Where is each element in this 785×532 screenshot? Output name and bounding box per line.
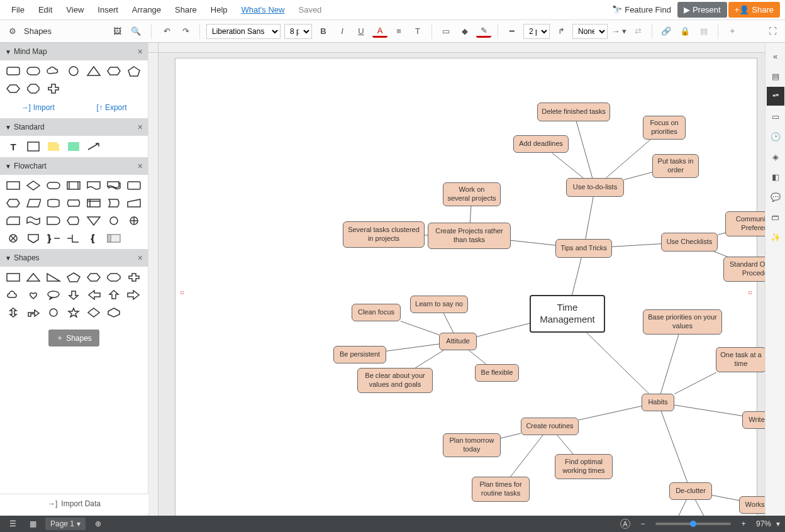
diagram-node[interactable]: Find optimal working times	[555, 454, 613, 479]
diagram-node[interactable]: Be clear about your values and goals	[357, 368, 433, 393]
shape-hexagon[interactable]	[106, 64, 122, 78]
shape-roundrect[interactable]	[5, 64, 21, 78]
diagram-node[interactable]: Work on several projects	[443, 182, 501, 206]
fc-connector[interactable]	[106, 214, 122, 228]
fc-dstore[interactable]	[65, 196, 82, 210]
fc-delay[interactable]	[45, 214, 62, 228]
text-color-icon[interactable]: A	[372, 25, 387, 38]
layers-panel-icon[interactable]: ◈	[767, 147, 784, 166]
grid-view-icon[interactable]: ▦	[25, 516, 40, 531]
sh-cloud[interactable]	[5, 288, 21, 302]
sh-diamond[interactable]	[86, 306, 102, 319]
menu-insert[interactable]: Insert	[91, 1, 125, 18]
image-icon[interactable]: 🖼	[109, 24, 125, 39]
shape-arrow[interactable]	[86, 140, 102, 153]
sh-arr-u[interactable]	[106, 288, 122, 302]
sh-arr-d[interactable]	[65, 288, 82, 302]
fullscreen-icon[interactable]: ⛶	[765, 24, 780, 39]
fill-icon[interactable]: ▭	[438, 24, 454, 39]
diagram-node[interactable]: Several tasks clustered in projects	[343, 221, 425, 248]
add-shapes-button[interactable]: ＋ Shapes	[48, 330, 99, 346]
export-link[interactable]: [↑ Export	[97, 103, 127, 112]
diagram-node[interactable]: Learn to say no	[410, 296, 468, 313]
line-routing-icon[interactable]: ↱	[554, 24, 569, 39]
present-button[interactable]: ▶ Present	[677, 2, 727, 18]
sh-oct[interactable]	[106, 270, 122, 284]
fc-seqdata[interactable]	[106, 196, 122, 210]
fontsize-select[interactable]: 8 pt	[284, 24, 312, 39]
fc-terminator[interactable]	[45, 179, 62, 192]
page-tab[interactable]: Page 1 ▾	[45, 518, 86, 530]
present-panel-icon[interactable]: ▭	[767, 107, 784, 126]
comments-panel-icon[interactable]: ❝❞	[767, 87, 784, 106]
section-standard[interactable]: ▼Standard×	[0, 118, 148, 136]
share-button[interactable]: +👤 Share	[728, 2, 780, 18]
diagram-node[interactable]: Plan tomorrow today	[443, 433, 501, 457]
underline-icon[interactable]: U	[354, 24, 369, 39]
fc-swim[interactable]	[106, 231, 122, 245]
canvas-area[interactable]: Time ManagementTips and TricksUse to-do-…	[148, 43, 765, 516]
accessibility-icon[interactable]: A	[620, 519, 630, 529]
fc-or[interactable]	[126, 214, 142, 228]
doc-panel-icon[interactable]: ▤	[767, 67, 784, 86]
sh-hex[interactable]	[86, 270, 102, 284]
chat-panel-icon[interactable]: 💬	[767, 187, 784, 206]
sh-rect[interactable]	[5, 270, 21, 284]
sh-rtri[interactable]	[45, 270, 62, 284]
zoom-level[interactable]: 97%	[756, 519, 771, 528]
shape-triangle[interactable]	[86, 64, 102, 78]
diagram-node[interactable]: Put tasks in order	[652, 154, 699, 178]
list-view-icon[interactable]: ☰	[5, 516, 20, 531]
diagram-node[interactable]: Use Checklists	[661, 233, 718, 252]
fc-decision[interactable]	[25, 179, 42, 192]
data-panel-icon[interactable]: 🗃	[767, 208, 784, 226]
diagram-node[interactable]: Standard Operating Procedures	[723, 257, 765, 282]
fc-brace2[interactable]: {	[86, 231, 102, 245]
redo-icon[interactable]: ↷	[178, 24, 193, 39]
arrow-style-icon[interactable]: → ▾	[611, 24, 626, 39]
fc-manin[interactable]	[126, 196, 142, 210]
line-style-icon[interactable]: ━	[504, 24, 520, 39]
diagram-node[interactable]: Be persistent	[333, 346, 386, 363]
diagram-node[interactable]: Be flexible	[475, 364, 519, 382]
revision-panel-icon[interactable]: ◧	[767, 167, 784, 186]
zoom-slider[interactable]	[655, 523, 731, 525]
fc-display[interactable]	[65, 214, 82, 228]
menu-whatsnew[interactable]: What's New	[235, 1, 291, 18]
section-flowchart[interactable]: ▼Flowchart×	[0, 157, 148, 175]
search-icon[interactable]: 🔍	[128, 24, 143, 39]
fc-intstore[interactable]	[86, 196, 102, 210]
text-style-icon[interactable]: T	[410, 24, 425, 39]
menu-edit[interactable]: Edit	[32, 1, 58, 18]
sh-arr-ud[interactable]	[5, 306, 21, 319]
diagram-node[interactable]: Use to-do-lists	[566, 178, 624, 197]
sh-cross[interactable]	[126, 270, 142, 284]
sh-pent[interactable]	[65, 270, 82, 284]
fc-process[interactable]	[5, 179, 21, 192]
diagram-node[interactable]: Time Management	[530, 295, 605, 333]
shape-pentagon[interactable]	[126, 64, 142, 78]
diagram-node[interactable]: Tips and Tricks	[555, 239, 612, 258]
fc-merge[interactable]	[86, 214, 102, 228]
diagram-node[interactable]: Base priorities on your values	[643, 309, 722, 335]
menu-view[interactable]: View	[60, 1, 90, 18]
close-icon[interactable]: ×	[138, 253, 143, 263]
close-icon[interactable]: ×	[138, 122, 143, 132]
import-data-button[interactable]: →] Import Data	[0, 494, 148, 513]
section-mindmap[interactable]: ▼Mind Map×	[0, 43, 148, 60]
history-panel-icon[interactable]: 🕑	[767, 127, 784, 146]
diagram-node[interactable]: Habits	[642, 394, 674, 411]
italic-icon[interactable]: I	[335, 24, 350, 39]
shape-circle[interactable]	[65, 64, 82, 78]
sh-heart[interactable]	[25, 288, 42, 302]
diagram-node[interactable]: Attitude	[439, 333, 477, 350]
fc-db[interactable]	[45, 196, 62, 210]
fc-predef[interactable]	[65, 179, 82, 192]
fc-multidoc[interactable]	[106, 179, 122, 192]
section-shapes[interactable]: ▼Shapes×	[0, 249, 148, 267]
diagram-node[interactable]: One task at a time	[716, 347, 765, 372]
add-page-icon[interactable]: ⊕	[91, 516, 106, 531]
feature-find[interactable]: 🔭Feature Find	[607, 3, 676, 17]
sh-star[interactable]	[65, 306, 82, 319]
zoom-in-icon[interactable]: +	[736, 516, 751, 531]
